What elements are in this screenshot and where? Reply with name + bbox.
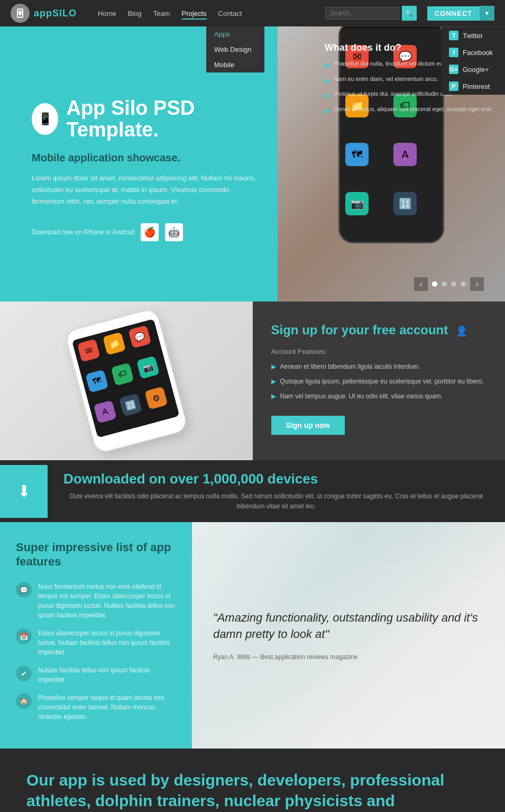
nav-blog[interactable]: Blog <box>128 10 142 17</box>
slider-controls: ‹ › <box>414 277 484 291</box>
feature-text-3: Nullam facilisis tellus non ipsum facili… <box>38 665 176 685</box>
nav-projects[interactable]: Projects <box>182 10 207 20</box>
feature-text-2: Etiam ullamcorper lectus id purus dignis… <box>38 628 176 657</box>
connect-dropdown-toggle[interactable]: ▼ <box>480 6 494 21</box>
twitter-icon: T <box>449 31 458 40</box>
users-headline: Our app is used by designers, developers… <box>26 770 479 812</box>
account-features-label: Account Features: <box>271 348 487 355</box>
feature-icon-check: ✔ <box>16 665 32 681</box>
logo-area: appSILO <box>11 4 77 23</box>
signup-section: ✉ 📁 💬 🗺 🏷 📷 A 🔢 ⚙ Sign up for your free … <box>0 302 505 460</box>
dropdown-item-apps[interactable]: Apps <box>206 26 264 42</box>
wapp-6: 📷 <box>136 356 160 379</box>
navbar: appSILO Home Blog Team Projects Contact … <box>0 0 505 26</box>
feature-bullet-1: ▶ <box>271 362 276 371</box>
connect-button[interactable]: CONNECT <box>427 6 480 21</box>
wapp-4: 🗺 <box>85 369 108 393</box>
feature-row-3: ✔ Nullam facilisis tellus non ipsum faci… <box>16 665 176 685</box>
features-section: Super impressive list of app features 💬 … <box>0 522 505 749</box>
pinterest-icon: P <box>449 81 458 91</box>
download-banner: ⬇ Downloaded on over 1,000,000 devices D… <box>0 460 505 522</box>
quote-attribution: Ryan A. Wills — Best application reviews… <box>213 653 484 661</box>
logo-text: appSILO <box>34 8 77 19</box>
features-right: "Amazing functionality, outstanding usab… <box>192 522 505 749</box>
download-label: Download now on iPhone or Android <box>32 229 134 236</box>
search-area: 🔍 <box>325 6 417 21</box>
nav-team[interactable]: Team <box>153 10 170 17</box>
users-banner: Our app is used by designers, developers… <box>0 749 505 812</box>
hero-description: Lorem ipsum dolor sit amet, consectetur … <box>32 172 256 207</box>
hero-download: Download now on iPhone or Android 🍎 🤖 <box>32 223 256 241</box>
facebook-icon: f <box>449 48 458 57</box>
signup-title: Sign up for your free account 👤 <box>271 323 487 338</box>
slider-dot-4[interactable] <box>461 281 466 287</box>
signup-button[interactable]: Sign up now <box>271 416 345 435</box>
wapp-2: 📁 <box>103 332 126 355</box>
what-bullet-4: ▶ <box>325 106 330 116</box>
testimonial-overlay: "Amazing functionality, outstanding usab… <box>192 522 505 749</box>
download-description: Duis viverra elit facilisis odio placera… <box>63 491 489 512</box>
hero-logo-icon: 📱 <box>38 112 52 126</box>
wapp-8: 🔢 <box>119 393 142 416</box>
download-text: Downloaded on over 1,000,000 devices Dui… <box>48 460 505 522</box>
feature-icon-home: 🏠 <box>16 693 32 709</box>
app-icon-calc: 🔢 <box>393 192 417 215</box>
white-phone: ✉ 📁 💬 🗺 🏷 📷 A 🔢 ⚙ <box>64 307 189 454</box>
feature-row-4: 🏠 Phasellus semper neque id quam lacinia… <box>16 693 176 722</box>
connect-twitter[interactable]: T Twitter <box>442 27 505 44</box>
feature-row-1: 💬 Nunc fermentum metus non eros eleifend… <box>16 582 176 620</box>
app-icon-photo: 📷 <box>345 192 369 215</box>
feature-text-4: Phasellus semper neque id quam lacinia s… <box>38 693 176 722</box>
connect-dropdown: T Twitter f Facebook G+ Google+ P Pinter… <box>442 26 505 95</box>
signup-info: Sign up for your free account 👤 Account … <box>253 302 506 460</box>
app-icon-map: 🗺 <box>345 143 369 166</box>
feature-icon-calendar: 📅 <box>16 628 32 644</box>
android-badge[interactable]: 🤖 <box>165 223 183 241</box>
feature-bullet-2: ▶ <box>271 377 276 386</box>
nav-contact[interactable]: Contact <box>218 10 242 17</box>
wapp-1: ✉ <box>77 339 100 362</box>
slider-prev[interactable]: ‹ <box>414 277 428 291</box>
search-input[interactable] <box>325 7 399 20</box>
feature-text-1: Nunc fermentum metus non eros eleifend i… <box>38 582 176 620</box>
download-headline: Downloaded on over 1,000,000 devices <box>63 471 489 487</box>
dropdown-item-mobile[interactable]: Mobile <box>206 57 264 72</box>
what-bullet-2: ▶ <box>325 76 330 86</box>
wapp-9: ⚙ <box>144 386 168 409</box>
feature-item-1: ▶ Aenean et libero bibendum ligula iacul… <box>271 362 487 371</box>
phone-showcase: ✉ 📁 💬 🗺 🏷 📷 A 🔢 ⚙ <box>0 302 253 460</box>
connect-googleplus[interactable]: G+ Google+ <box>442 61 505 78</box>
features-left: Super impressive list of app features 💬 … <box>0 522 192 749</box>
hero-title: App Silo PSD Template. <box>66 97 256 142</box>
projects-dropdown: Apps Web Design Mobile <box>206 26 264 72</box>
hero-logo-circle: 📱 <box>32 103 58 135</box>
quote-text: "Amazing functionality, outstanding usab… <box>213 610 484 643</box>
dropdown-item-webdesign[interactable]: Web Design <box>206 42 264 57</box>
feature-bullet-3: ▶ <box>271 391 276 401</box>
wapp-5: 🏷 <box>111 362 134 386</box>
feature-item-3: ▶ Nam vel tempus augue. Ut eu odio elit,… <box>271 391 487 401</box>
connect-pinterest[interactable]: P Pinterest <box>442 78 505 95</box>
connect-group: CONNECT ▼ <box>417 6 494 21</box>
slider-dot-3[interactable] <box>451 281 456 287</box>
what-bullet-1: ▶ <box>325 60 330 71</box>
app-icon-text: A <box>393 143 417 166</box>
feature-icon-chat: 💬 <box>16 582 32 598</box>
nav-links: Home Blog Team Projects Contact <box>98 8 325 18</box>
what-item-4: ▶ Donec et lectus, aliquam sed placerat … <box>325 105 494 116</box>
wapp-3: 💬 <box>128 325 151 349</box>
signup-icon: 👤 <box>456 326 467 336</box>
white-phone-screen: ✉ 📁 💬 🗺 🏷 📷 A 🔢 ⚙ <box>72 319 180 438</box>
apple-badge[interactable]: 🍎 <box>141 223 159 241</box>
slider-dot-2[interactable] <box>442 281 447 287</box>
slider-dot-1[interactable] <box>432 281 437 287</box>
logo-icon <box>11 4 30 23</box>
hero-title-block: 📱 App Silo PSD Template. <box>32 97 256 142</box>
connect-facebook[interactable]: f Facebook <box>442 44 505 61</box>
nav-home[interactable]: Home <box>98 10 116 17</box>
what-bullet-3: ▶ <box>325 90 330 101</box>
slider-next[interactable]: › <box>470 277 484 291</box>
features-title: Super impressive list of app features <box>16 541 176 569</box>
search-button[interactable]: 🔍 <box>402 6 417 21</box>
svg-point-2 <box>20 15 21 16</box>
